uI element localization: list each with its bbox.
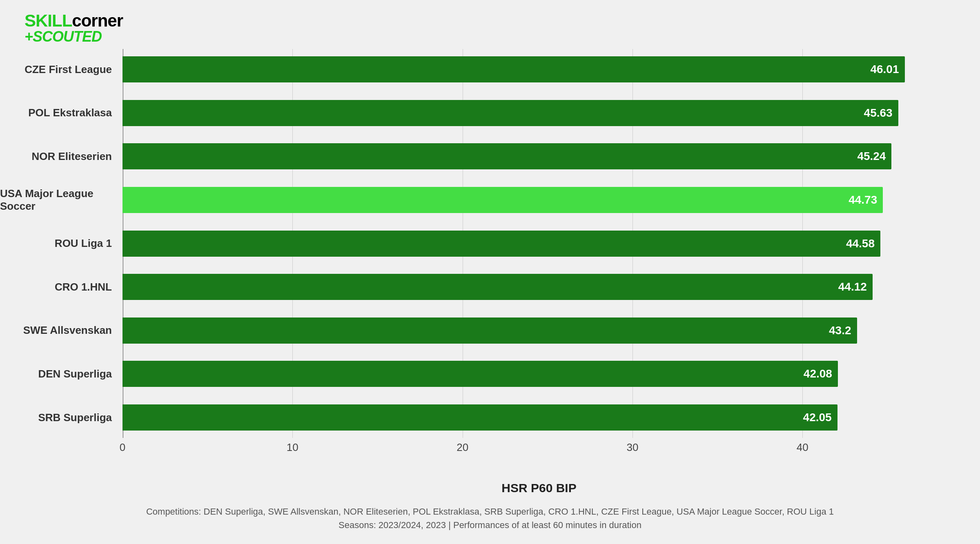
bar-value-label: 42.05 [803, 411, 837, 424]
bar-row: 42.05 [122, 401, 956, 434]
x-tick-label: 10 [287, 441, 298, 454]
bar: 45.24 [122, 143, 891, 169]
bar: 46.01 [122, 56, 905, 82]
bar: 44.58 [122, 231, 880, 257]
bar-row: 45.24 [122, 140, 956, 173]
bar-value-label: 45.63 [864, 107, 898, 120]
footnote: Competitions: DEN Superliga, SWE Allsven… [24, 505, 956, 532]
footnote-line2: Seasons: 2023/2024, 2023 | Performances … [24, 518, 956, 532]
x-axis: 010203040 [122, 438, 956, 462]
bar-row: 44.58 [122, 227, 956, 260]
y-axis-labels: CZE First LeaguePOL EkstraklasaNOR Elite… [0, 49, 118, 438]
y-axis-label: NOR Eliteserien [0, 140, 118, 173]
y-axis-label: SWE Allsvenskan [0, 314, 118, 347]
chart-area: CZE First LeaguePOL EkstraklasaNOR Elite… [122, 49, 956, 462]
bar-value-label: 42.08 [804, 367, 838, 380]
y-axis-label: CRO 1.HNL [0, 271, 118, 303]
bar-row: 44.12 [122, 271, 956, 303]
bar: 42.05 [122, 404, 837, 431]
x-tick-label: 40 [797, 441, 808, 454]
bar-row: 46.01 [122, 53, 956, 86]
logo: SKILLcorner SCOUTED [24, 12, 123, 44]
bar-value-label: 44.58 [846, 237, 880, 250]
bar-value-label: 44.73 [849, 193, 883, 206]
y-axis-label: USA Major League Soccer [0, 184, 118, 216]
bar-value-label: 46.01 [870, 63, 904, 76]
bar: 44.12 [122, 274, 873, 300]
y-axis-label: SRB Superliga [0, 401, 118, 434]
bars-wrapper: 46.0145.6345.2444.7344.5844.1243.242.084… [122, 49, 956, 438]
chart-container: SKILLcorner SCOUTED CZE First LeaguePOL … [0, 0, 980, 544]
x-tick-label: 30 [627, 441, 639, 454]
y-axis-label: CZE First League [0, 53, 118, 86]
logo-scouted: SCOUTED [24, 29, 123, 44]
bar: 45.63 [122, 100, 898, 126]
bar-row: 43.2 [122, 314, 956, 347]
bar: 42.08 [122, 361, 838, 387]
logo-corner-text: corner [72, 11, 123, 30]
bar-row: 45.63 [122, 97, 956, 129]
bar-value-label: 43.2 [829, 324, 857, 337]
logo-skill-text: SKILL [24, 11, 72, 30]
bar-row: 42.08 [122, 357, 956, 390]
y-axis-label: DEN Superliga [0, 357, 118, 390]
x-tick-label: 20 [457, 441, 468, 454]
bar-row: 44.73 [122, 184, 956, 216]
bar: 44.73 [122, 187, 883, 213]
x-axis-title: HSR P60 BIP [122, 481, 956, 495]
bar-value-label: 45.24 [857, 150, 891, 163]
bar-value-label: 44.12 [838, 280, 873, 293]
footnote-line1: Competitions: DEN Superliga, SWE Allsven… [24, 505, 956, 518]
bar: 43.2 [122, 318, 857, 344]
logo-skillcorner: SKILLcorner [24, 12, 123, 29]
y-axis-label: ROU Liga 1 [0, 227, 118, 260]
x-tick-label: 0 [120, 441, 125, 454]
y-axis-label: POL Ekstraklasa [0, 97, 118, 129]
